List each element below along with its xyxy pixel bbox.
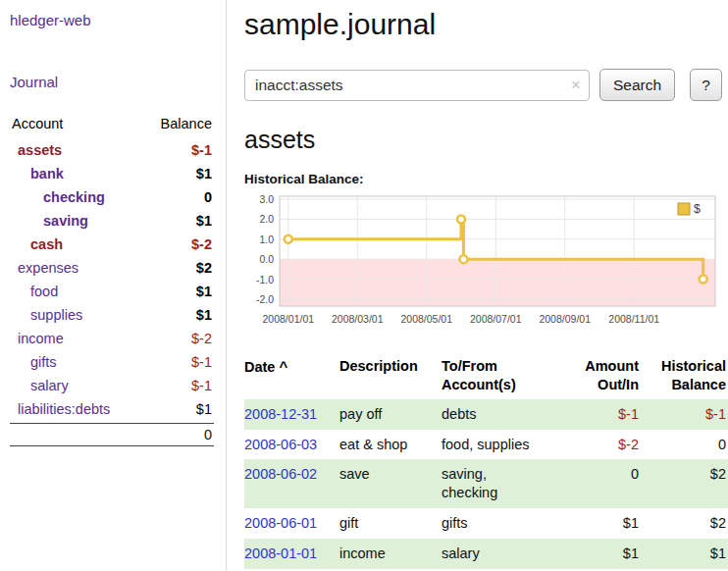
account-row: liabilities:debts$1: [10, 397, 214, 421]
x-tick-label: 2008/01/01: [263, 313, 315, 325]
main-content: sample.journal × Search ? assets Histori…: [244, 0, 728, 569]
account-balance: $2: [196, 260, 212, 276]
register-row: 2008-06-03eat & shopfood, supplies$-20: [244, 430, 728, 460]
account-balance: $1: [196, 166, 212, 182]
x-tick-label: 2008/07/01: [470, 313, 522, 325]
col-header-date[interactable]: Date ^: [244, 355, 339, 399]
transaction-date-link[interactable]: 2008-06-02: [244, 466, 317, 482]
account-balance: $1: [196, 307, 212, 323]
account-link[interactable]: supplies: [12, 307, 82, 323]
transaction-description: save: [339, 459, 442, 508]
account-link[interactable]: cash: [12, 236, 63, 252]
account-row: checking0: [10, 185, 214, 209]
data-point-marker: [459, 255, 467, 263]
balance-column-header: Balance: [161, 116, 212, 131]
account-row: assets$-1: [10, 138, 214, 162]
clear-search-icon[interactable]: ×: [571, 76, 581, 95]
account-link[interactable]: assets: [12, 142, 62, 158]
y-tick-label: 0.0: [259, 253, 274, 265]
register-row: 2008-06-01giftgifts$1$2: [244, 508, 728, 539]
account-link[interactable]: expenses: [12, 260, 78, 276]
y-tick-label: -1.0: [256, 274, 274, 286]
data-point-marker: [700, 276, 707, 284]
help-button[interactable]: ?: [690, 69, 722, 101]
y-tick-label: 3.0: [259, 193, 274, 205]
col-header-description: Description: [339, 355, 442, 399]
col-header-balance: HistoricalBalance: [645, 355, 728, 399]
chart-canvas: 3.02.01.00.0-1.0-2.02008/01/012008/03/01…: [244, 190, 721, 339]
account-link[interactable]: income: [12, 331, 64, 346]
historical-balance-chart: 3.02.01.00.0-1.0-2.02008/01/012008/03/01…: [244, 190, 728, 339]
transaction-description: income: [339, 539, 442, 569]
transaction-date-link[interactable]: 2008-12-31: [244, 406, 317, 422]
register-row: 2008-01-01incomesalary$1$1: [244, 539, 728, 569]
account-link[interactable]: liabilities:debts: [12, 401, 110, 417]
transaction-accounts: debts: [442, 399, 570, 430]
account-row: gifts$-1: [10, 350, 214, 374]
transaction-description: eat & shop: [339, 430, 442, 460]
transaction-date-link[interactable]: 2008-06-03: [244, 437, 317, 452]
col-header-amount: AmountOut/In: [570, 355, 645, 399]
transaction-accounts: salary: [442, 539, 570, 569]
account-balance: $-2: [191, 331, 212, 346]
y-tick-label: 1.0: [259, 234, 274, 245]
sidebar: hledger-web Journal Account Balance asse…: [0, 0, 227, 571]
account-link[interactable]: checking: [12, 189, 105, 205]
account-balance: $-1: [191, 142, 212, 158]
transaction-balance: 0: [645, 430, 728, 460]
register-table: Date ^ Description To/FromAccount(s) Amo…: [244, 355, 728, 569]
transaction-date-link[interactable]: 2008-06-01: [244, 515, 317, 531]
search-box: ×: [244, 70, 590, 101]
search-row: × Search ?: [244, 69, 728, 101]
register-body: 2008-12-31pay offdebts$-1$-12008-06-03ea…: [244, 399, 728, 569]
transaction-accounts: gifts: [442, 508, 570, 539]
sort-asc-icon: ^: [279, 358, 287, 375]
account-link[interactable]: bank: [12, 166, 64, 182]
account-balance: $1: [196, 284, 212, 299]
search-input[interactable]: [244, 70, 590, 101]
account-row: saving$1: [10, 209, 214, 233]
x-tick-label: 2008/05/01: [400, 313, 452, 325]
accounts-table-header: Account Balance: [10, 114, 214, 138]
account-balance: $1: [196, 401, 212, 417]
account-balance: $-1: [191, 378, 212, 393]
register-row: 2008-06-02savesaving,checking0$2: [244, 459, 728, 508]
transaction-amount: $-1: [570, 399, 645, 430]
account-row: bank$1: [10, 162, 214, 185]
account-column-header: Account: [12, 116, 63, 131]
account-row: food$1: [10, 280, 214, 303]
accounts-total: 0: [10, 423, 214, 446]
data-point-marker: [285, 235, 292, 243]
x-tick-label: 2008/03/01: [332, 313, 384, 325]
transaction-balance: $2: [645, 459, 728, 508]
account-balance: 0: [204, 189, 212, 205]
col-header-date-label: Date: [244, 359, 275, 375]
legend-swatch: [678, 203, 690, 215]
data-point-marker: [457, 215, 465, 223]
page-title: sample.journal: [244, 8, 728, 41]
transaction-amount: $-2: [570, 430, 645, 460]
account-link[interactable]: saving: [12, 213, 88, 229]
transaction-description: pay off: [339, 399, 442, 430]
sidebar-item-journal[interactable]: Journal: [10, 74, 58, 90]
account-link[interactable]: gifts: [12, 354, 57, 370]
account-row: cash$-2: [10, 233, 214, 256]
account-balance: $-1: [191, 354, 212, 370]
y-tick-label: 2.0: [259, 213, 274, 225]
legend-label: $: [694, 202, 701, 216]
transaction-description: gift: [339, 508, 442, 539]
account-row: expenses$2: [10, 256, 214, 280]
transaction-amount: $1: [570, 508, 645, 539]
transaction-date-link[interactable]: 2008-01-01: [244, 545, 317, 561]
account-row: supplies$1: [10, 303, 214, 327]
app-title-link[interactable]: hledger-web: [10, 12, 91, 28]
search-button[interactable]: Search: [599, 69, 675, 101]
y-tick-label: -2.0: [256, 293, 274, 305]
x-tick-label: 2008/09/01: [539, 313, 591, 325]
account-balance: $1: [196, 213, 212, 229]
account-row: income$-2: [10, 327, 214, 350]
account-link[interactable]: salary: [12, 378, 69, 393]
account-link[interactable]: food: [12, 284, 58, 299]
chart-title: Historical Balance:: [244, 172, 728, 186]
transaction-balance: $-1: [645, 399, 728, 430]
